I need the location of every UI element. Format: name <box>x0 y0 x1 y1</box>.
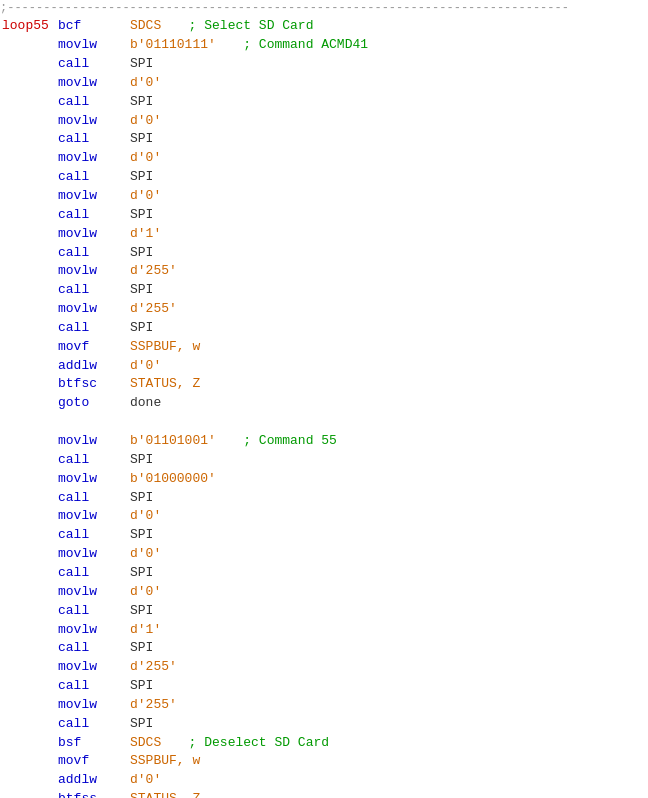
code-mnemonic: movf <box>58 752 130 771</box>
code-mnemonic: movlw <box>58 36 130 55</box>
code-operand: SPI <box>130 244 153 263</box>
code-line: callSPI <box>0 526 648 545</box>
code-line: movlwd'0' <box>0 149 648 168</box>
code-line: addlwd'0' <box>0 771 648 790</box>
code-operand: SDCS <box>130 17 161 36</box>
code-mnemonic: call <box>58 451 130 470</box>
divider-line: ;---------------------------------------… <box>0 0 648 17</box>
code-mnemonic: movlw <box>58 262 130 281</box>
code-operand: d'255' <box>130 300 177 319</box>
code-operand: d'255' <box>130 696 177 715</box>
code-mnemonic: movlw <box>58 149 130 168</box>
code-line: movlwb'01000000' <box>0 470 648 489</box>
code-operand: d'0' <box>130 771 161 790</box>
code-line: bsfSDCS ; Deselect SD Card <box>0 734 648 753</box>
code-line: callSPI <box>0 602 648 621</box>
code-mnemonic: movlw <box>58 507 130 526</box>
code-line: movlwd'255' <box>0 300 648 319</box>
code-comment: ; Deselect SD Card <box>165 734 329 753</box>
code-mnemonic: movlw <box>58 470 130 489</box>
code-operand: b'01000000' <box>130 470 216 489</box>
code-line: movfSSPBUF, w <box>0 338 648 357</box>
code-operand: d'255' <box>130 658 177 677</box>
code-comment: ; Command ACMD41 <box>220 36 368 55</box>
code-mnemonic: movlw <box>58 696 130 715</box>
code-container: ;---------------------------------------… <box>0 0 648 798</box>
code-line: loop55bcfSDCS ; Select SD Card <box>0 17 648 36</box>
code-operand: SPI <box>130 526 153 545</box>
code-line: btfscSTATUS, Z <box>0 375 648 394</box>
code-operand: SPI <box>130 281 153 300</box>
code-mnemonic: call <box>58 244 130 263</box>
code-operand: b'01110111' <box>130 36 216 55</box>
code-mnemonic: call <box>58 319 130 338</box>
code-mnemonic: call <box>58 677 130 696</box>
code-operand: d'0' <box>130 112 161 131</box>
code-mnemonic: call <box>58 206 130 225</box>
code-operand: d'0' <box>130 507 161 526</box>
code-mnemonic: addlw <box>58 357 130 376</box>
code-line: movlwd'0' <box>0 583 648 602</box>
code-line: callSPI <box>0 489 648 508</box>
code-line: movlwb'01101001' ; Command 55 <box>0 432 648 451</box>
code-operand: STATUS, Z <box>130 375 200 394</box>
code-mnemonic: call <box>58 281 130 300</box>
code-mnemonic: call <box>58 639 130 658</box>
code-operand: SSPBUF, w <box>130 752 200 771</box>
code-mnemonic: call <box>58 526 130 545</box>
code-operand: d'1' <box>130 225 161 244</box>
code-mnemonic: call <box>58 93 130 112</box>
code-mnemonic: call <box>58 715 130 734</box>
code-operand: b'01101001' <box>130 432 216 451</box>
code-line: callSPI <box>0 168 648 187</box>
code-mnemonic: btfsc <box>58 375 130 394</box>
code-line: callSPI <box>0 93 648 112</box>
code-operand: SPI <box>130 602 153 621</box>
code-operand: SSPBUF, w <box>130 338 200 357</box>
code-line: callSPI <box>0 244 648 263</box>
code-operand: d'1' <box>130 621 161 640</box>
code-mnemonic: bcf <box>58 17 130 36</box>
code-line: btfssSTATUS, Z <box>0 790 648 798</box>
code-line: callSPI <box>0 451 648 470</box>
code-line: movlwd'0' <box>0 545 648 564</box>
code-mnemonic: call <box>58 168 130 187</box>
code-line: callSPI <box>0 130 648 149</box>
code-mnemonic: call <box>58 130 130 149</box>
code-operand: SPI <box>130 206 153 225</box>
code-line: movlwd'0' <box>0 112 648 131</box>
code-operand: SPI <box>130 93 153 112</box>
code-line: callSPI <box>0 281 648 300</box>
code-operand: SPI <box>130 55 153 74</box>
code-operand: SPI <box>130 319 153 338</box>
code-mnemonic: btfss <box>58 790 130 798</box>
blank-line <box>0 413 648 432</box>
code-line: addlwd'0' <box>0 357 648 376</box>
code-operand: SPI <box>130 168 153 187</box>
code-line: callSPI <box>0 564 648 583</box>
code-operand: SPI <box>130 564 153 583</box>
code-mnemonic: call <box>58 602 130 621</box>
code-line: callSPI <box>0 319 648 338</box>
code-mnemonic: bsf <box>58 734 130 753</box>
code-mnemonic: movlw <box>58 187 130 206</box>
code-operand: SDCS <box>130 734 161 753</box>
code-operand: d'255' <box>130 262 177 281</box>
code-line: movlwd'255' <box>0 696 648 715</box>
code-line: movfSSPBUF, w <box>0 752 648 771</box>
code-operand: SPI <box>130 451 153 470</box>
code-line: gotodone <box>0 394 648 413</box>
code-line: movlwd'1' <box>0 225 648 244</box>
code-line: movlwd'0' <box>0 74 648 93</box>
code-mnemonic: movlw <box>58 225 130 244</box>
code-line: movlwb'01110111' ; Command ACMD41 <box>0 36 648 55</box>
code-operand: SPI <box>130 489 153 508</box>
code-comment: ; Command 55 <box>220 432 337 451</box>
code-mnemonic: movlw <box>58 545 130 564</box>
code-line: callSPI <box>0 55 648 74</box>
code-mnemonic: goto <box>58 394 130 413</box>
code-line: callSPI <box>0 715 648 734</box>
code-operand: d'0' <box>130 187 161 206</box>
code-mnemonic: movlw <box>58 74 130 93</box>
code-operand: SPI <box>130 130 153 149</box>
